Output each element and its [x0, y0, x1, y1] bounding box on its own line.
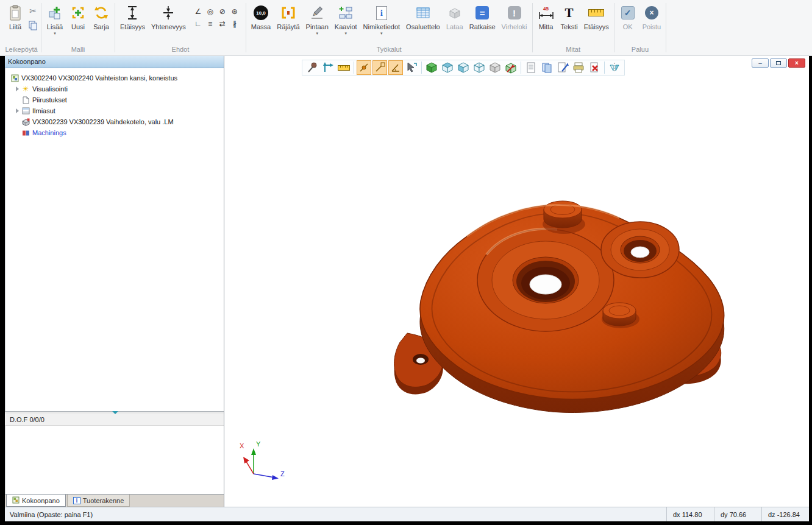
mirror-icon[interactable]	[607, 60, 622, 75]
paste-button[interactable]: Liitä	[4, 1, 27, 30]
snap-angle-icon[interactable]	[388, 60, 403, 75]
parts-list-button[interactable]: Osaluettelo	[403, 1, 443, 30]
upper-right-boss[interactable]	[601, 222, 679, 278]
mass-button[interactable]: 10,0 Massa	[248, 1, 274, 30]
cube-gray-icon[interactable]	[488, 60, 502, 75]
new-button[interactable]: Uusi	[66, 1, 90, 30]
assembly-tree[interactable]: VX3002240 VX3002240 Vaihteiston kansi, k…	[5, 68, 224, 411]
expand-arrow-icon[interactable]	[14, 86, 21, 91]
axis-x-label: X	[240, 442, 244, 449]
parts-list-label: Osaluettelo	[406, 23, 440, 30]
tangent-constraint-icon[interactable]: ⊘	[217, 6, 228, 17]
pin-icon[interactable]	[305, 60, 319, 75]
close-button[interactable]: ×	[788, 58, 805, 68]
panel-splitter[interactable]	[5, 411, 224, 414]
central-boss[interactable]	[477, 229, 614, 331]
clipboard-icon	[8, 4, 23, 22]
cut-button[interactable]: ✂	[27, 5, 39, 17]
load-label: Lataa	[446, 23, 463, 30]
item-data-button[interactable]: i Nimiketiedot ▾	[360, 1, 404, 35]
group-label-conditions: Ehdot	[117, 45, 244, 55]
panel-header: Kokoonpano	[5, 56, 224, 68]
exit-icon: ×	[645, 6, 658, 19]
cube-top-face-icon[interactable]	[440, 60, 455, 75]
machining-icon	[21, 129, 30, 137]
status-bar: Valmiina (Opaste: paina F1) dx 114.80 dy…	[5, 507, 809, 521]
tab-assembly[interactable]: Kokoonpano	[6, 495, 66, 507]
diagrams-icon	[338, 4, 354, 22]
fit-view-icon[interactable]	[321, 60, 335, 75]
tree-item-visualization[interactable]: ☀ Visualisointi	[5, 83, 224, 94]
minimize-button[interactable]: –	[752, 58, 769, 68]
small-stub[interactable]	[602, 303, 639, 328]
distance-dim-button[interactable]: Etäisyys	[581, 1, 612, 30]
measure-icon: 45	[538, 6, 554, 19]
expand-arrow-icon[interactable]	[14, 108, 21, 113]
to-surface-button[interactable]: Pintaan ▾	[303, 1, 332, 35]
coincidence-icon	[161, 4, 176, 22]
viewport-3d[interactable]: – × X Y Z	[224, 56, 809, 507]
to-surface-label: Pintaan	[306, 23, 329, 30]
load-button[interactable]: Lataa	[443, 1, 466, 30]
splitter-handle-icon[interactable]	[112, 411, 118, 414]
perpendicular-constraint-icon[interactable]: ∟	[193, 18, 204, 29]
exit-button[interactable]: × Poistu	[639, 1, 664, 30]
cube-front-face-icon[interactable]	[456, 60, 471, 75]
chevron-down-icon: ▾	[380, 31, 383, 35]
cube-iso-arrow-icon[interactable]	[504, 60, 518, 75]
scissors-icon: ✂	[29, 6, 37, 16]
tab-product-structure[interactable]: i Tuoterakenne	[67, 495, 130, 507]
coincidence-label: Yhtenevyys	[151, 23, 186, 30]
series-button[interactable]: Sarja	[90, 1, 113, 30]
maximize-button[interactable]	[770, 58, 787, 68]
explode-button[interactable]: Räjäytä	[274, 1, 302, 30]
coincidence-button[interactable]: Yhtenevyys	[148, 1, 189, 30]
ok-check-icon: ✓	[621, 6, 635, 19]
snap-midpoint-icon[interactable]	[372, 60, 387, 75]
angle-constraint-icon[interactable]: ∠	[193, 6, 204, 17]
cube-transparent-icon[interactable]	[472, 60, 486, 75]
ribbon: Liitä ✂ Leikepöytä Lisää ▾	[0, 0, 812, 56]
error-log-button[interactable]: ! Virheloki	[499, 1, 530, 30]
measure-button[interactable]: 45 Mitta	[535, 1, 558, 30]
panel-tab-bar: Kokoonpano i Tuoterakenne	[5, 494, 224, 507]
tree-item-drawings[interactable]: Piirustukset	[5, 94, 224, 105]
ribbon-group-clipboard: Liitä ✂ Leikepöytä	[2, 0, 40, 55]
status-dy: dy 70.66	[714, 507, 761, 521]
tree-item-root[interactable]: VX3002240 VX3002240 Vaihteiston kansi, k…	[5, 72, 224, 83]
sheet-delete-icon[interactable]	[587, 60, 602, 75]
concentric-constraint-icon[interactable]: ◎	[205, 6, 216, 17]
parallel-constraint-icon[interactable]: ≡	[205, 18, 216, 29]
to-surface-icon	[310, 4, 324, 22]
text-label: Teksti	[561, 23, 578, 30]
sheets-icon[interactable]	[540, 60, 554, 75]
tree-item-part[interactable]: VX3002239 VX3002239 Vaihdekotelo, valu .…	[5, 116, 224, 127]
snap-point-icon[interactable]	[357, 60, 371, 75]
cube-solid-icon[interactable]	[424, 60, 439, 75]
sheet-list-icon[interactable]	[524, 60, 538, 75]
ruler-icon[interactable]	[337, 60, 351, 75]
unparallel-constraint-icon[interactable]: ∦	[229, 18, 240, 29]
new-label: Uusi	[71, 23, 85, 30]
select-filter-icon[interactable]	[404, 60, 419, 75]
diagrams-label: Kaaviot	[335, 23, 357, 30]
solve-button[interactable]: = Ratkaise	[466, 1, 499, 30]
ok-button[interactable]: ✓ OK	[616, 1, 639, 30]
part-model[interactable]	[224, 56, 808, 507]
swap-constraint-icon[interactable]: ⇄	[217, 18, 228, 29]
window-controls: – ×	[752, 58, 805, 68]
text-button[interactable]: T Teksti	[558, 1, 581, 30]
sheet-edit-icon[interactable]	[555, 60, 570, 75]
tree-item-machinings[interactable]: Machinings	[5, 127, 224, 138]
add-label: Lisää	[47, 23, 63, 30]
add-button[interactable]: Lisää ▾	[43, 1, 66, 35]
symmetry-constraint-icon[interactable]: ⊛	[229, 6, 240, 17]
add-part-icon	[47, 4, 63, 22]
series-icon	[94, 4, 109, 22]
diagrams-button[interactable]: Kaaviot ▾	[332, 1, 360, 35]
toolbar-separator	[521, 62, 521, 74]
tree-item-appearances[interactable]: Ilmiasut	[5, 105, 224, 116]
print-icon[interactable]	[571, 60, 586, 75]
distance-constraint-button[interactable]: Etäisyys	[117, 1, 148, 30]
copy-button[interactable]	[27, 19, 39, 32]
